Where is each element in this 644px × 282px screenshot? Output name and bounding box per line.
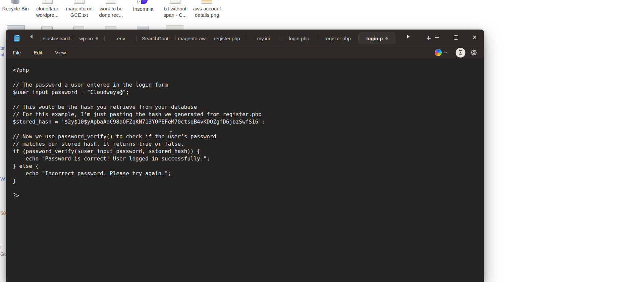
file-icon-fragment[interactable] [7, 25, 25, 30]
code-line: } [13, 177, 484, 185]
desktop-icon-label: aws account details.png [187, 5, 227, 18]
minimize-icon [435, 37, 439, 38]
notepad-icon [14, 35, 20, 42]
tab-scroll-left-button[interactable] [30, 34, 35, 39]
code-line: // matches our stored hash. It returns t… [13, 140, 484, 148]
desktop-label-fragment: W [0, 176, 5, 182]
window-controls: × [428, 32, 484, 43]
code-line: // Now we use password_verify() to check… [13, 133, 484, 140]
code-line: echo "Incorrect password. Please try aga… [13, 170, 484, 177]
menu-item[interactable]: File [9, 48, 25, 57]
tab-label: login.php [289, 36, 309, 41]
tab-label: my.ini [257, 36, 270, 41]
unsaved-dot-icon [385, 37, 388, 40]
code-line: // For this example, I'm just pasting th… [13, 111, 484, 118]
maximize-button[interactable] [446, 32, 465, 43]
notepad-window: elasticsearch wp-co .env SearchContr mag… [6, 30, 484, 282]
code-line: } else { [13, 162, 484, 170]
desktop-label-fragment: [ [0, 244, 2, 249]
file-icon [139, 0, 148, 4]
tab-label: register.php [214, 36, 240, 41]
tab[interactable]: elasticsearch [41, 32, 73, 44]
code-line: $stored_hash = '$2y$10$yApbaAoC98aOFZqKN… [13, 118, 484, 126]
tab-bar: elasticsearch wp-co .env SearchContr mag… [41, 32, 396, 44]
desktop-label-fragment: pl [0, 52, 4, 57]
file-icon [11, 0, 19, 4]
tab[interactable]: wp-co [73, 32, 104, 44]
chevron-left-icon [30, 35, 33, 39]
close-button[interactable]: × [465, 32, 484, 43]
chevron-right-icon [407, 35, 410, 39]
chevron-down-icon[interactable] [444, 51, 447, 54]
file-icon [170, 0, 180, 4]
tab[interactable]: login.p [358, 32, 396, 44]
tab-label: .env [116, 36, 125, 41]
tab-scroll-right-button[interactable] [407, 34, 412, 39]
code-line: // The password a user entered in the lo… [13, 81, 484, 89]
desktop-label-fragment: br [0, 45, 5, 51]
menu-items: FileEditView [6, 48, 70, 57]
file-icon [202, 0, 212, 4]
tab[interactable]: login.php [281, 32, 317, 44]
code-line: echo "Password is correct! User logged i… [13, 155, 484, 162]
code-line: <?php [13, 66, 484, 74]
code-line [13, 185, 484, 192]
code-line [13, 74, 484, 81]
tab-label: register.php [324, 36, 351, 41]
code-line [13, 96, 484, 103]
tab[interactable]: my.ini [246, 32, 281, 44]
text-caret [123, 89, 123, 96]
code-area: <?php// The password a user entered in t… [6, 58, 484, 282]
copilot-icon[interactable] [435, 49, 442, 56]
unsaved-dot-icon [96, 37, 98, 40]
tab[interactable]: register.php [208, 32, 246, 44]
file-icon [42, 0, 53, 4]
menu-item[interactable]: Edit [30, 48, 46, 57]
account-avatar[interactable] [455, 48, 466, 58]
file-icon [106, 0, 116, 4]
tab[interactable]: magento-aw [175, 32, 208, 44]
minimize-button[interactable] [428, 32, 446, 43]
gear-icon[interactable] [470, 49, 478, 56]
tab[interactable]: SearchContr [137, 32, 175, 44]
menubar: FileEditView [6, 47, 484, 58]
tab-label: SearchContr [142, 36, 170, 41]
tab-label: elasticsearch [43, 36, 71, 41]
maximize-icon [454, 35, 458, 40]
titlebar[interactable]: elasticsearch wp-co .env SearchContr mag… [6, 30, 484, 47]
menubar-right-icons [435, 47, 478, 58]
menu-item[interactable]: View [51, 48, 70, 57]
ibeam-cursor [169, 131, 173, 138]
code-line: $user_input_password = "Cloudways@"; [13, 89, 484, 96]
tab[interactable]: .env [104, 32, 137, 44]
desktop-icon[interactable]: aws account details.png [187, 0, 227, 18]
tab-label: wp-co [79, 36, 93, 41]
code-line [13, 126, 484, 133]
file-icon [74, 0, 85, 4]
code-line: // This would be the hash you retrieve f… [13, 103, 484, 111]
tab-label: login.p [366, 36, 383, 41]
tab-label: magento-aw [178, 36, 206, 41]
code-line: ?> [13, 192, 484, 199]
desktop-label-fragment: 50 [0, 210, 6, 216]
code-line: if (password_verify($user_input_password… [13, 148, 484, 155]
tab[interactable]: register.php [317, 32, 358, 44]
editor[interactable]: <?php// The password a user entered in t… [6, 58, 484, 282]
